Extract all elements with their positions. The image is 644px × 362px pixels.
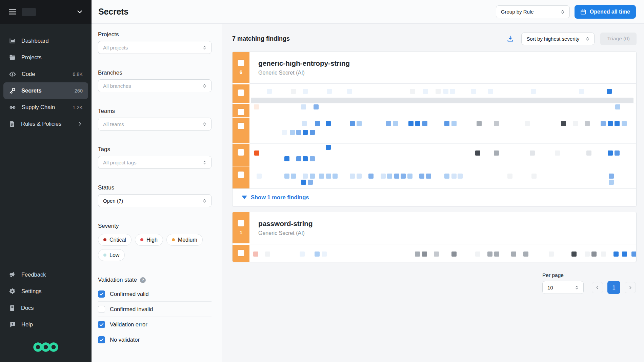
severity-dot-icon: [103, 254, 106, 257]
finding-select-checkbox[interactable]: [238, 250, 244, 256]
activity-cell: [393, 121, 398, 126]
sidebar-item-label: Supply Chain: [22, 104, 55, 110]
finding-row[interactable]: [233, 143, 636, 166]
sidebar-item-secrets[interactable]: Secrets260: [3, 82, 88, 99]
severity-dot-icon: [103, 238, 106, 241]
activity-cell: [475, 252, 480, 257]
activity-cell: [407, 174, 412, 179]
activity-cell: [357, 121, 362, 126]
activity-cell: [350, 121, 355, 126]
finding-rule-subtitle: Generic Secret (AI): [258, 230, 627, 236]
select-updown-icon: [199, 160, 207, 165]
select-value: All branches: [103, 83, 131, 89]
sidebar-item-code[interactable]: Code6.8K: [0, 66, 92, 82]
finding-select-checkbox[interactable]: [238, 123, 244, 129]
activity-cell: [387, 174, 392, 179]
folder-icon: [9, 54, 16, 61]
pagination: Per page 10: [232, 272, 637, 294]
status-select[interactable]: Open (7): [98, 194, 212, 207]
validation-option-confirmed-valid[interactable]: Confirmed valid: [98, 286, 212, 302]
per-page-select[interactable]: 10: [542, 281, 584, 294]
group-count-badge: 1: [233, 229, 249, 235]
chevron-down-icon[interactable]: [76, 8, 83, 16]
finding-group-header[interactable]: 6generic-high-entropy-stringGeneric Secr…: [233, 52, 636, 84]
download-icon[interactable]: [507, 35, 514, 42]
activity-cell: [257, 174, 262, 179]
activity-cell: [530, 150, 535, 156]
severity-chip-low[interactable]: Low: [98, 249, 125, 261]
sidebar-item-supply-chain[interactable]: Supply Chain1.2K: [0, 99, 92, 116]
finding-row[interactable]: [233, 84, 636, 103]
select-updown-icon: [582, 36, 590, 41]
teams-select[interactable]: All teams: [98, 118, 212, 130]
prev-page-button[interactable]: [592, 282, 603, 293]
activity-cell: [423, 89, 428, 94]
link-icon: [9, 104, 16, 111]
policies-icon: [9, 121, 16, 127]
checkbox-unchecked-icon[interactable]: [98, 306, 105, 313]
current-page-button[interactable]: 1: [607, 281, 620, 294]
activity-cell: [314, 104, 319, 109]
validation-option-confirmed-invalid[interactable]: Confirmed invalid: [98, 302, 212, 317]
severity-chip-high[interactable]: High: [135, 234, 163, 246]
sort-select[interactable]: Sort by highest severity: [521, 33, 595, 45]
finding-group-header[interactable]: 1password-stringGeneric Secret (AI): [233, 212, 636, 244]
finding-activity-track: [249, 84, 636, 103]
help-badge-icon[interactable]: ?: [140, 277, 146, 283]
finding-select-checkbox[interactable]: [238, 149, 244, 156]
activity-cell: [613, 252, 619, 257]
severity-strip: [233, 117, 249, 143]
activity-cell: [308, 180, 313, 185]
date-filter-button[interactable]: Opened all time: [575, 5, 636, 19]
finding-activity-track: [249, 117, 636, 143]
sidebar-item-label: Secrets: [21, 87, 42, 94]
severity-strip: [233, 244, 249, 262]
app-root: DashboardProjectsCode6.8KSecrets260Suppl…: [0, 0, 644, 362]
sidebar-item-rules-policies[interactable]: Rules & Policies: [0, 116, 92, 132]
sidebar-item-help[interactable]: ?Help: [0, 316, 92, 333]
activity-cell: [326, 121, 331, 126]
activity-cell: [415, 121, 420, 126]
finding-row[interactable]: [233, 244, 636, 262]
projects-select[interactable]: All projects: [98, 41, 212, 54]
checkbox-checked-icon[interactable]: [98, 336, 105, 343]
finding-row[interactable]: [233, 166, 636, 188]
finding-select-checkbox[interactable]: [238, 109, 244, 115]
activity-cell: [607, 89, 612, 94]
group-select-checkbox[interactable]: [238, 60, 244, 66]
finding-select-checkbox[interactable]: [238, 172, 244, 178]
show-more-findings-link[interactable]: Show 1 more findings: [233, 188, 636, 206]
finding-row[interactable]: [233, 103, 636, 117]
activity-cell: [426, 174, 431, 179]
group-select-checkbox[interactable]: [238, 220, 244, 226]
severity-chip-medium[interactable]: Medium: [166, 234, 203, 246]
group-by-select[interactable]: Group by Rule: [496, 5, 570, 18]
checkbox-checked-icon[interactable]: [98, 290, 105, 298]
checkbox-checked-icon[interactable]: [98, 321, 105, 328]
sidebar-item-projects[interactable]: Projects: [0, 49, 92, 66]
finding-select-checkbox[interactable]: [238, 89, 244, 96]
activity-cell: [327, 89, 332, 94]
sidebar-item-label: Docs: [21, 305, 34, 311]
sidebar-item-label: Rules & Policies: [21, 121, 61, 127]
next-page-button[interactable]: [625, 282, 636, 293]
sidebar-item-feedback[interactable]: Feedback: [0, 266, 92, 283]
branches-select[interactable]: All branches: [98, 79, 212, 92]
hamburger-menu-icon[interactable]: [8, 7, 17, 16]
activity-cell: [284, 156, 289, 161]
activity-cell: [301, 180, 306, 185]
activity-cell: [394, 174, 399, 179]
validation-option-no-validator[interactable]: No validator: [98, 332, 212, 347]
finding-row[interactable]: [233, 117, 636, 143]
chip-label: Critical: [109, 237, 126, 243]
sidebar-nav: DashboardProjectsCode6.8KSecrets260Suppl…: [0, 33, 92, 132]
activity-cell: [310, 174, 315, 179]
severity-chip-critical[interactable]: Critical: [98, 234, 132, 246]
validation-option-validation-error[interactable]: Validation error: [98, 317, 212, 332]
sidebar-item-docs[interactable]: Docs: [0, 300, 92, 316]
sidebar-item-settings[interactable]: Settings: [0, 283, 92, 300]
triage-button[interactable]: Triage (0): [600, 33, 637, 45]
tags-select[interactable]: All project tags: [98, 156, 212, 169]
group-header-content: generic-high-entropy-stringGeneric Secre…: [249, 52, 636, 84]
sidebar-item-dashboard[interactable]: Dashboard: [0, 33, 92, 49]
